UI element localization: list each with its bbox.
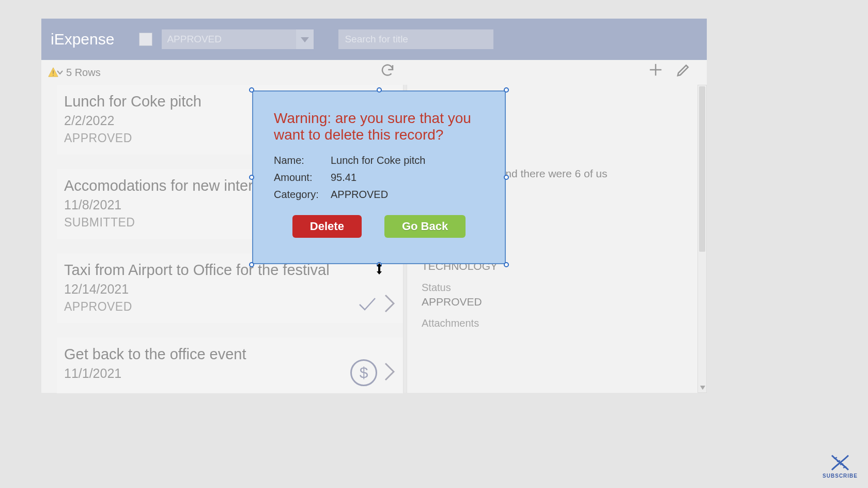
- resize-handle-tl[interactable]: [249, 87, 254, 93]
- dialog-name-label: Name:: [274, 155, 331, 166]
- resize-handle-tc[interactable]: [377, 87, 382, 93]
- dialog-amount-value: 95.41: [331, 172, 484, 184]
- delete-dialog-selection[interactable]: Warning: are you sure that you want to d…: [252, 90, 506, 264]
- dialog-amount-label: Amount:: [274, 172, 331, 184]
- dialog-name-value: Lunch for Coke pitch: [331, 155, 484, 166]
- svg-marker-8: [377, 263, 382, 274]
- dialog-category-value: APPROVED: [331, 189, 484, 201]
- delete-button[interactable]: Delete: [292, 215, 362, 238]
- resize-handle-mr[interactable]: [504, 175, 509, 180]
- dialog-fields: Name: Lunch for Coke pitch Amount: 95.41…: [274, 155, 484, 201]
- dialog-title: Warning: are you sure that you want to d…: [274, 110, 484, 143]
- ns-resize-cursor-icon: [375, 263, 384, 274]
- dialog-category-label: Category:: [274, 189, 331, 201]
- resize-handle-br[interactable]: [504, 262, 509, 267]
- dna-icon: [829, 453, 851, 472]
- delete-dialog: Warning: are you sure that you want to d…: [252, 90, 506, 264]
- resize-handle-tr[interactable]: [504, 87, 509, 93]
- subscribe-widget[interactable]: SUBSCRIBE: [823, 453, 858, 479]
- subscribe-label: SUBSCRIBE: [823, 473, 858, 479]
- resize-handle-ml[interactable]: [249, 175, 254, 180]
- goback-button[interactable]: Go Back: [384, 215, 466, 238]
- resize-handle-bl[interactable]: [249, 262, 254, 267]
